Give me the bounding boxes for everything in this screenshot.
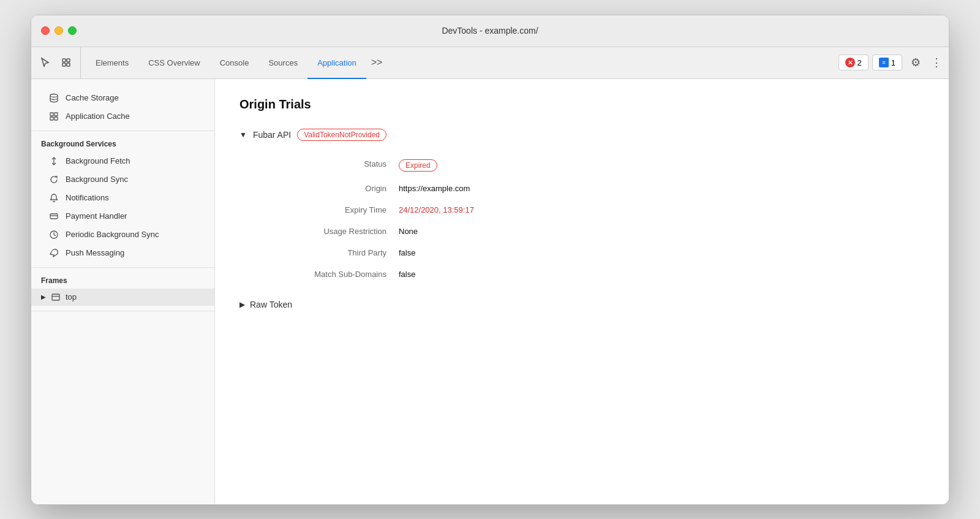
console-icon: ≡ [879,58,889,67]
match-sub-domains-value: false [399,263,924,285]
toolbar-left [36,47,81,78]
storage-section: Cache Storage Application Cache [31,84,214,131]
periodic-sync-icon [48,229,59,240]
third-party-label: Third Party [264,242,399,263]
sidebar-item-periodic-background-sync[interactable]: Periodic Background Sync [31,225,214,244]
origin-value: https://example.com [399,178,924,199]
svg-rect-8 [55,117,58,120]
svg-rect-0 [62,59,66,62]
trial-details-grid: Status Expired Origin https://example.co… [264,153,924,285]
expired-badge: Expired [399,159,437,172]
expiry-time-value: 24/12/2020, 13:59:17 [399,199,924,221]
tab-css-overview[interactable]: CSS Overview [138,48,210,79]
tabbar-right: ✕ 2 ≡ 1 ⚙ ⋮ [839,47,944,78]
svg-rect-1 [67,59,70,62]
origin-label: Origin [264,178,399,199]
trial-header: ▼ Fubar API ValidTokenNotProvided [239,129,924,141]
sidebar-item-application-cache[interactable]: Application Cache [31,107,214,126]
error-badge-button[interactable]: ✕ 2 [839,55,869,70]
settings-button[interactable]: ⚙ [906,53,925,72]
raw-token-arrow-icon: ▶ [239,300,245,309]
svg-point-4 [50,94,58,97]
content-area: Origin Trials ▼ Fubar API ValidTokenNotP… [215,79,949,504]
raw-token-row[interactable]: ▶ Raw Token [239,295,924,314]
sidebar-item-notifications[interactable]: Notifications [31,189,214,207]
tab-application[interactable]: Application [307,48,366,79]
tab-elements[interactable]: Elements [86,48,138,79]
maximize-button[interactable] [68,26,77,35]
devtools-window: DevTools - example.com/ Elements [31,15,949,505]
tabs: Elements CSS Overview Console Sources Ap… [86,47,839,78]
trial-status-badge: ValidTokenNotProvided [297,129,386,141]
svg-rect-3 [67,63,70,66]
expiry-time-label: Expiry Time [264,199,399,221]
trial-expand-icon[interactable]: ▼ [239,131,247,139]
background-sync-icon [48,174,59,185]
svg-rect-5 [50,113,53,116]
usage-restriction-value: None [399,221,924,242]
svg-rect-6 [55,113,58,116]
more-tabs-button[interactable]: >> [366,47,388,78]
minimize-button[interactable] [55,26,63,35]
payment-handler-icon [48,211,59,222]
sidebar-item-cache-storage[interactable]: Cache Storage [31,89,214,107]
cache-storage-icon [48,93,59,104]
tabbar: Elements CSS Overview Console Sources Ap… [31,47,949,79]
frames-header: Frames [31,273,214,289]
window-title: DevTools - example.com/ [442,26,538,36]
tab-console[interactable]: Console [210,48,259,79]
raw-token-label: Raw Token [250,300,292,309]
more-options-button[interactable]: ⋮ [929,53,944,72]
frames-section: Frames ▶ top [31,268,214,311]
cursor-icon[interactable] [36,53,55,72]
background-fetch-icon [48,156,59,167]
background-services-section: Background Services Background Fetch [31,131,214,268]
sidebar-item-push-messaging[interactable]: Push Messaging [31,244,214,262]
svg-line-14 [54,235,56,236]
sidebar-item-payment-handler[interactable]: Payment Handler [31,207,214,225]
frame-window-icon [51,292,61,302]
status-value: Expired [399,153,924,178]
svg-rect-2 [62,63,66,66]
background-services-header: Background Services [31,136,214,152]
traffic-lights [41,26,77,35]
trial-section: ▼ Fubar API ValidTokenNotProvided Status… [239,129,924,314]
status-label: Status [264,153,399,178]
match-sub-domains-label: Match Sub-Domains [264,263,399,285]
sidebar-item-background-sync[interactable]: Background Sync [31,170,214,189]
push-messaging-icon [48,248,59,259]
titlebar: DevTools - example.com/ [31,15,949,47]
third-party-value: false [399,242,924,263]
sidebar: Cache Storage Application Cache [31,79,215,504]
notifications-icon [48,192,59,203]
svg-rect-7 [50,117,53,120]
frame-arrow-icon: ▶ [41,294,46,300]
page-title: Origin Trials [239,97,924,112]
close-button[interactable] [41,26,50,35]
application-cache-icon [48,111,59,122]
main-area: Cache Storage Application Cache [31,79,949,504]
sidebar-item-top-frame[interactable]: ▶ top [31,289,214,306]
svg-rect-15 [52,294,59,300]
error-icon: ✕ [845,58,855,67]
layers-icon[interactable] [57,53,75,72]
sidebar-item-background-fetch[interactable]: Background Fetch [31,152,214,170]
console-badge-button[interactable]: ≡ 1 [872,55,902,70]
usage-restriction-label: Usage Restriction [264,221,399,242]
trial-name: Fubar API [253,130,291,140]
tab-sources[interactable]: Sources [258,48,307,79]
svg-rect-10 [50,214,58,219]
